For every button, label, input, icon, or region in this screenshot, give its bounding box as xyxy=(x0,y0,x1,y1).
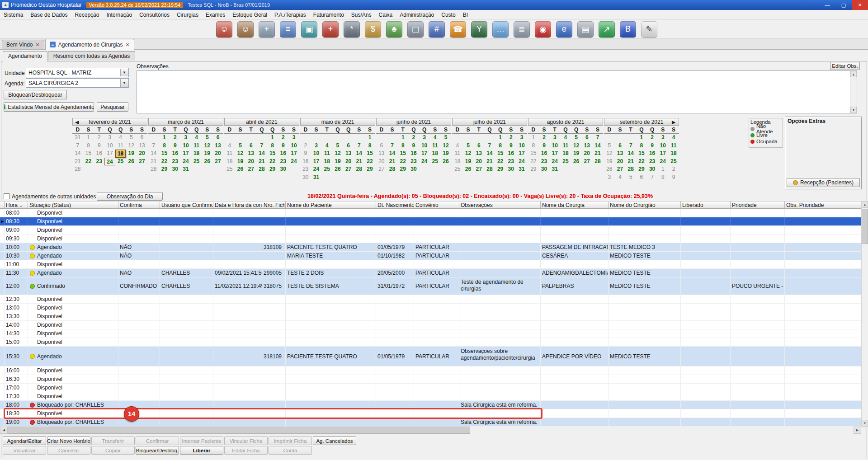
calendar-day[interactable]: 4 xyxy=(452,142,463,150)
calendar-day[interactable]: 8 xyxy=(495,142,506,150)
reception-icon[interactable]: ☺ xyxy=(237,21,254,38)
calendar-day[interactable]: 5 xyxy=(571,134,582,142)
calendar-day[interactable]: 24 xyxy=(516,158,527,166)
menu-item-custo[interactable]: Custo xyxy=(438,10,459,19)
calendar-day[interactable]: 21 xyxy=(72,158,83,166)
calendar-day[interactable]: 8 xyxy=(636,142,647,150)
unidade-select[interactable]: HOSPITAL SQL - MATRIZ xyxy=(26,68,129,77)
column-header-dt-nascimento[interactable]: Dt. Nascimento xyxy=(376,201,414,209)
calendar-day[interactable]: 15 xyxy=(159,150,170,158)
calendar-day[interactable]: 3 xyxy=(419,134,430,142)
table-row[interactable]: 14:00Disponível xyxy=(0,321,861,329)
calendar-day[interactable]: 7 xyxy=(256,142,267,150)
calendar-day[interactable]: 9 xyxy=(300,150,311,158)
calendar-day[interactable]: 2 xyxy=(300,142,311,150)
calendar-day[interactable]: 8 xyxy=(397,142,408,150)
calendar-day[interactable]: 27 xyxy=(212,158,223,166)
table-row[interactable]: 18:30Disponível xyxy=(0,409,861,418)
footer-button-bloquear-desbloq[interactable]: Bloquear/Desbloq. xyxy=(136,446,179,455)
calendar-day[interactable]: 9 xyxy=(539,142,550,150)
calendar-day[interactable]: 5 xyxy=(202,134,212,142)
calendar-day[interactable]: 23 xyxy=(300,165,311,174)
calendar-day[interactable]: 12 xyxy=(235,150,246,158)
calendar-day[interactable]: 14 xyxy=(484,150,495,158)
calendar-day[interactable]: 28 xyxy=(148,165,159,174)
calendar-day[interactable]: 19 xyxy=(440,150,451,158)
calendar-day[interactable]: 19 xyxy=(463,158,474,166)
calendar-day[interactable]: 11 xyxy=(668,142,679,150)
horizontal-scrollbar[interactable] xyxy=(0,427,861,434)
calendar-day[interactable]: 3 xyxy=(516,134,527,142)
calendar-day[interactable]: 10 xyxy=(288,142,299,150)
calendar-day[interactable]: 5 xyxy=(332,142,343,150)
calendar-day[interactable]: 1 xyxy=(397,134,408,142)
calendar-day[interactable]: 26 xyxy=(440,158,451,166)
calendar-day[interactable]: 11 xyxy=(321,150,332,158)
table-row[interactable]: 17:00Disponível xyxy=(0,384,861,392)
scrollbar-thumb[interactable] xyxy=(8,427,470,434)
table-row[interactable]: 16:00Disponível xyxy=(0,366,861,375)
calendar-day[interactable]: 21 xyxy=(256,158,267,166)
chevron-down-icon[interactable] xyxy=(120,69,128,76)
calendar-day[interactable]: 12 xyxy=(463,150,474,158)
safe-icon[interactable]: ▢ xyxy=(407,21,424,38)
calendar-day[interactable]: 6 xyxy=(615,142,626,150)
doctor-icon[interactable]: + xyxy=(259,21,275,38)
calendar-day[interactable]: 28 xyxy=(387,165,398,174)
calendar-day[interactable]: 5 xyxy=(463,142,474,150)
calendar-day[interactable]: 1 xyxy=(159,134,170,142)
chat-icon[interactable]: … xyxy=(492,21,509,38)
menu-item-sus-ans[interactable]: Sus/Ans xyxy=(348,10,375,19)
calendar-day[interactable]: 19 xyxy=(604,158,615,166)
table-row[interactable]: 12:00ConfirmadoCONFIRMADOCHARLLES11/02/2… xyxy=(0,277,861,295)
calendar-day[interactable]: 11 xyxy=(560,142,571,150)
power-icon[interactable]: ◉ xyxy=(535,21,551,38)
calendar-day[interactable]: 2 xyxy=(647,134,658,142)
calendar-day[interactable]: 18 xyxy=(321,158,332,166)
calendar-day[interactable]: 15 xyxy=(495,150,506,158)
menu-item-consult-rios[interactable]: Consultórios xyxy=(136,10,173,19)
calendar-day[interactable]: 28 xyxy=(72,165,83,174)
email-icon[interactable]: e xyxy=(556,21,572,38)
calendar-day[interactable]: 26 xyxy=(604,165,615,174)
vertical-scrollbar[interactable] xyxy=(861,201,868,427)
menu-item-base-de-dados[interactable]: Base de Dados xyxy=(27,10,71,19)
calendar-day[interactable]: 16 xyxy=(300,158,311,166)
calendar-day[interactable]: 22 xyxy=(495,158,506,166)
calendar-day[interactable]: 20 xyxy=(581,150,592,158)
calendar-day[interactable]: 29 xyxy=(528,165,539,174)
calendar-day[interactable]: 8 xyxy=(528,142,539,150)
equipment-icon[interactable]: ▣ xyxy=(301,21,317,38)
column-header-prioridade[interactable]: Prioridade xyxy=(731,201,785,209)
calendar-day[interactable]: 2 xyxy=(505,134,516,142)
calendar-day[interactable]: 10 xyxy=(104,142,115,150)
calendar-day[interactable]: 21 xyxy=(484,158,495,166)
calendar-day[interactable]: 30 xyxy=(539,165,550,174)
calendar-day[interactable]: 23 xyxy=(539,158,550,166)
calendar-day[interactable]: 12 xyxy=(440,142,451,150)
calendar-day[interactable]: 20 xyxy=(615,158,626,166)
calendar-day[interactable]: 23 xyxy=(505,158,516,166)
tab-close-icon[interactable] xyxy=(125,42,129,48)
calendar-day[interactable]: 18 xyxy=(191,150,202,158)
table-row[interactable]: 16:30Disponível xyxy=(0,375,861,384)
calendar-day[interactable]: 15 xyxy=(364,150,375,158)
calendar-day[interactable]: 22 xyxy=(364,158,375,166)
menu-item-administra-o[interactable]: Administração xyxy=(396,10,438,19)
calendar-day[interactable]: 25 xyxy=(115,158,126,166)
calendar-day[interactable]: 12 xyxy=(571,142,582,150)
table-row[interactable]: 13:30Disponível xyxy=(0,312,861,321)
arrow-right-icon[interactable] xyxy=(854,427,861,434)
calendar-day[interactable]: 10 xyxy=(180,142,191,150)
calendar-next-button[interactable]: ▶ xyxy=(672,119,675,125)
calendar-day[interactable]: 16 xyxy=(278,150,288,158)
table-row[interactable]: 19:00Bloqueado por: CHARLLESSala Cirúrgi… xyxy=(0,418,861,427)
calendar-day[interactable]: 8 xyxy=(657,174,668,182)
calendar-day[interactable]: 20 xyxy=(343,158,354,166)
calendar-day[interactable]: 17 xyxy=(516,150,527,158)
table-row[interactable]: 17:30Disponível xyxy=(0,392,861,401)
calendar-day[interactable]: 26 xyxy=(332,165,343,174)
phone-icon[interactable]: ☎ xyxy=(450,21,466,38)
calendar-day[interactable]: 14 xyxy=(592,142,603,150)
menu-item-sistema[interactable]: Sistema xyxy=(0,10,27,19)
